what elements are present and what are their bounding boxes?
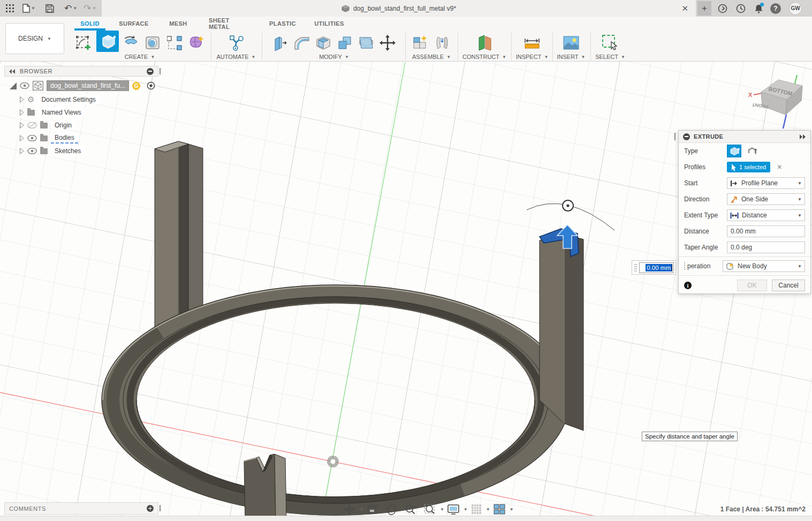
browser-item-sketches[interactable]: Sketches — [20, 146, 85, 156]
dropdown-caret-icon[interactable]: ▼ — [486, 507, 490, 512]
expand-icon[interactable] — [20, 135, 24, 141]
file-icon[interactable]: ▼ — [20, 0, 37, 17]
tab-utilities[interactable]: UTILITIES — [313, 19, 346, 28]
dialog-header[interactable]: EXTRUDE — [679, 131, 810, 143]
dropdown-caret-icon[interactable]: ▼ — [464, 507, 468, 512]
browser-root-row[interactable]: dog_bowl_stand_first_fu... G — [10, 80, 155, 91]
root-document-label[interactable]: dog_bowl_stand_first_fu... — [47, 80, 129, 91]
zoom-icon[interactable]: ± — [405, 504, 416, 515]
expand-icon[interactable] — [20, 123, 24, 128]
extrude-type-solid-button[interactable] — [727, 145, 741, 157]
pan-icon[interactable] — [386, 503, 397, 515]
tab-solid[interactable]: SOLID — [74, 19, 105, 28]
browser-item-origin[interactable]: Origin — [20, 120, 75, 131]
select-icon[interactable] — [602, 34, 619, 52]
construction-plane-icon[interactable] — [476, 34, 493, 52]
look-at-icon[interactable] — [367, 504, 379, 514]
row-drag-dots-icon[interactable] — [684, 262, 685, 270]
extrude-icon[interactable] — [96, 31, 119, 52]
combine-icon[interactable] — [336, 34, 353, 52]
fillet-icon[interactable] — [293, 34, 310, 52]
distance-inline-input[interactable]: 0.00 mm — [639, 262, 674, 273]
dropdown-caret-icon[interactable]: ▼ — [440, 507, 444, 512]
expand-icon[interactable] — [20, 97, 24, 102]
group-label-assemble[interactable]: ASSEMBLE▼ — [412, 54, 451, 60]
browser-item-named-views[interactable]: Named Views — [20, 107, 85, 118]
timeline-strip[interactable] — [0, 516, 812, 521]
form-icon[interactable] — [187, 34, 204, 52]
dropdown-caret-icon[interactable]: ▼ — [510, 507, 514, 512]
extensions-icon[interactable] — [716, 0, 729, 17]
app-grid-icon[interactable] — [3, 0, 16, 17]
shell-icon[interactable] — [315, 34, 332, 52]
dropdown-caret-icon[interactable]: ▼ — [360, 507, 364, 512]
group-label-create[interactable]: CREATE▼ — [125, 54, 155, 60]
eye-icon[interactable] — [20, 82, 29, 89]
tab-sheet-metal[interactable]: SHEET METAL — [209, 19, 249, 28]
operation-select[interactable]: New Body ▼ — [723, 260, 805, 272]
comments-panel-header[interactable]: COMMENTS — [4, 502, 158, 515]
eye-hidden-icon[interactable] — [27, 122, 37, 129]
pattern-icon[interactable] — [166, 34, 183, 52]
ground-badge[interactable]: G — [132, 82, 140, 90]
automate-icon[interactable] — [227, 34, 245, 52]
move-icon[interactable] — [379, 34, 396, 52]
ok-button[interactable]: OK — [737, 280, 767, 291]
revolve-icon[interactable] — [123, 34, 140, 52]
panel-resize-handle[interactable] — [160, 505, 161, 511]
expand-root-icon[interactable] — [10, 82, 17, 89]
browser-item-document-settings[interactable]: ⚙ Document Settings — [20, 94, 100, 105]
extrude-type-thin-button[interactable] — [745, 145, 759, 157]
group-label-modify[interactable]: MODIFY▼ — [319, 54, 349, 60]
viewports-icon[interactable] — [494, 504, 505, 515]
help-icon[interactable]: ? — [769, 0, 782, 17]
grid-settings-icon[interactable] — [471, 504, 482, 515]
info-icon[interactable]: i — [684, 282, 692, 289]
group-label-inspect[interactable]: INSPECT▼ — [516, 54, 549, 60]
dock-dialog-icon[interactable] — [800, 134, 806, 139]
expand-icon[interactable] — [20, 148, 24, 154]
tab-surface[interactable]: SURFACE — [117, 19, 151, 28]
activate-component-icon[interactable] — [147, 81, 155, 90]
job-status-icon[interactable] — [734, 0, 747, 17]
group-label-automate[interactable]: AUTOMATE▼ — [216, 54, 255, 60]
measure-icon[interactable] — [523, 34, 541, 52]
distance-input[interactable]: 0.00 mm — [727, 225, 805, 237]
close-tab-icon[interactable]: ✕ — [681, 0, 688, 17]
direction-select[interactable]: One Side ▼ — [727, 193, 805, 205]
workspace-switcher[interactable]: DESIGN ▼ — [5, 23, 64, 54]
account-avatar[interactable]: GW — [788, 0, 803, 17]
new-tab-icon[interactable]: + — [697, 1, 711, 16]
minimize-panel-icon[interactable] — [147, 68, 154, 75]
save-icon[interactable] — [44, 0, 56, 17]
undo-icon[interactable]: ↶▼ — [62, 0, 79, 17]
document-tab[interactable]: dog_bowl_stand_first_full_metal v9* ✕ — [102, 0, 696, 17]
group-label-construct[interactable]: CONSTRUCT▼ — [462, 54, 506, 60]
eye-icon[interactable] — [27, 135, 37, 141]
minimize-dialog-icon[interactable] — [683, 133, 690, 140]
insert-image-icon[interactable] — [563, 34, 580, 52]
collapse-panel-icon[interactable] — [9, 69, 16, 74]
hole-icon[interactable] — [145, 34, 162, 52]
eye-icon[interactable] — [27, 148, 37, 154]
taper-angle-input[interactable]: 0.0 deg — [727, 241, 805, 253]
profiles-selected-chip[interactable]: 1 selected — [727, 162, 770, 172]
panel-resize-handle[interactable] — [160, 68, 161, 74]
create-sketch-icon[interactable] — [75, 34, 92, 52]
fit-icon[interactable] — [424, 504, 436, 515]
tab-mesh[interactable]: MESH — [165, 19, 192, 28]
joint-icon[interactable] — [434, 34, 451, 52]
drag-dots-icon[interactable] — [634, 263, 638, 272]
extent-type-select[interactable]: Distance ▼ — [727, 209, 805, 221]
browser-item-bodies[interactable]: Bodies — [20, 133, 78, 144]
redo-icon[interactable]: ↷▼ — [81, 0, 98, 17]
cancel-button[interactable]: Cancel — [772, 280, 805, 291]
start-select[interactable]: Profile Plane ▼ — [727, 177, 805, 189]
notifications-icon[interactable] — [752, 0, 765, 17]
add-comment-icon[interactable] — [147, 505, 154, 512]
group-label-select[interactable]: SELECT▼ — [595, 54, 625, 60]
group-label-insert[interactable]: INSERT▼ — [557, 54, 585, 60]
dialog-drag-handle[interactable] — [674, 133, 676, 140]
display-settings-icon[interactable] — [447, 504, 459, 515]
press-pull-icon[interactable] — [272, 34, 289, 52]
